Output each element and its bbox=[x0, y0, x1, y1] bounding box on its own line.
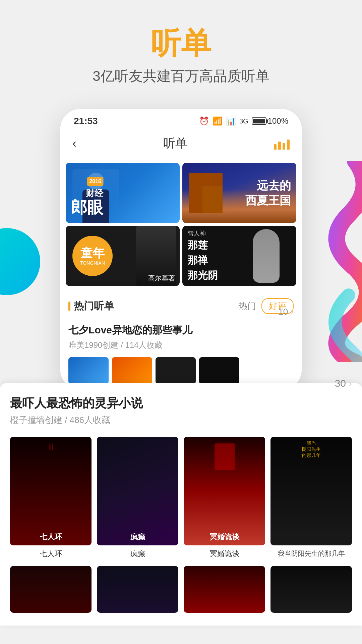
banner-naxie[interactable]: 雪人神 那莲那禅那光阴 bbox=[182, 226, 296, 286]
book-drip: ||| bbox=[10, 443, 92, 450]
banner-4-subtitle: 雪人神 bbox=[188, 229, 218, 237]
section-title-container: 热门听单 bbox=[68, 299, 114, 313]
playlist-1-thumbs bbox=[68, 357, 294, 384]
more-cover-3 bbox=[184, 566, 265, 613]
more-cover-2 bbox=[97, 566, 178, 613]
banner-ruin-2 bbox=[202, 186, 223, 213]
banner-4-text: 雪人神 那莲那禅那光阴 bbox=[188, 229, 218, 283]
network-type: 3G bbox=[239, 117, 248, 125]
banner-caijing[interactable]: 2016 财经 郎眼 bbox=[66, 163, 180, 223]
page-subtitle: 3亿听友共建百万高品质听单 bbox=[0, 67, 362, 86]
book-cover-4: 我当阴阳先生的那几年 bbox=[270, 437, 352, 545]
banner-4-lines: 那莲那禅那光阴 bbox=[188, 237, 218, 283]
status-bar: 21:53 ⏰ 📶 📊 3G 100% bbox=[60, 109, 302, 130]
bottom-card-info: 最吓人最恐怖的灵异小说 橙子撞墙创建 / 486人收藏 bbox=[10, 395, 143, 434]
book-item-1[interactable]: ||| 七人环 七人环 bbox=[10, 437, 92, 559]
thumb-1-3 bbox=[156, 357, 196, 384]
chevron-right-icon-1: › bbox=[291, 307, 294, 317]
banner-1-badge: 2016 bbox=[87, 177, 103, 186]
bottom-card-header: 最吓人最恐怖的灵异小说 橙子撞墙创建 / 486人收藏 30 › bbox=[10, 395, 352, 434]
banner-tongnian[interactable]: 童年 TONGNIAN 高尔基著 bbox=[66, 226, 180, 286]
section-header: 热门听单 热门 好评 bbox=[60, 291, 302, 318]
book-item-3[interactable]: 冥婚诡谈 冥婚诡谈 bbox=[184, 437, 265, 559]
banner-2-text: 远去的西夏王国 bbox=[245, 178, 291, 208]
book-1-title: 七人环 bbox=[10, 549, 92, 559]
bottom-card-creator: 橙子撞墙创建 bbox=[10, 415, 62, 425]
book-2-title: 疯癫 bbox=[97, 549, 178, 559]
thumb-1-2 bbox=[112, 357, 152, 384]
section-title-bar bbox=[68, 302, 70, 311]
banner-3-author: 高尔基著 bbox=[148, 274, 175, 283]
status-icons: ⏰ 📶 📊 3G 100% bbox=[199, 116, 288, 126]
book-3-title: 冥婚诡谈 bbox=[184, 549, 265, 559]
book-4-text: 我当阴阳先生的那几年 bbox=[275, 440, 348, 459]
bottom-card-title: 最吓人最恐怖的灵异小说 bbox=[10, 395, 143, 412]
book-bg-1 bbox=[10, 437, 92, 545]
page-title: 听单 bbox=[0, 27, 362, 60]
more-book-3[interactable] bbox=[184, 566, 265, 615]
book-3-overlay: 冥婚诡谈 bbox=[184, 532, 265, 542]
bottom-card-meta: 橙子撞墙创建 / 486人收藏 bbox=[10, 414, 143, 426]
filter-hot-btn[interactable]: 热门 bbox=[239, 300, 256, 312]
banner-3-circle: 童年 TONGNIAN bbox=[72, 236, 113, 276]
banner-1-title: 郎眼 bbox=[71, 200, 103, 216]
playlist-1-separator: / bbox=[121, 340, 125, 350]
battery-indicator: 100% bbox=[252, 116, 288, 126]
woman-silhouette bbox=[253, 229, 280, 283]
signal-icon: 📊 bbox=[226, 116, 236, 126]
bar2 bbox=[278, 142, 281, 150]
bar4 bbox=[287, 140, 290, 150]
phone-mockup-container: 21:53 ⏰ 📶 📊 3G 100% ‹ 听单 bbox=[60, 109, 302, 390]
playlist-item-1[interactable]: 七夕Love异地恋的那些事儿 唯美1990创建 / 114人收藏 10 › bbox=[60, 318, 302, 390]
book-cover-1: ||| 七人环 bbox=[10, 437, 92, 545]
more-book-2[interactable] bbox=[97, 566, 178, 615]
playlist-1-title: 七夕Love异地恋的那些事儿 bbox=[68, 323, 192, 337]
navbar-title: 听单 bbox=[163, 135, 187, 152]
banner-3-subtitle: TONGNIAN bbox=[80, 260, 105, 266]
status-time: 21:53 bbox=[74, 116, 98, 126]
banner-2-title: 远去的西夏王国 bbox=[245, 178, 291, 208]
more-book-1[interactable] bbox=[10, 566, 92, 615]
banner-3-title: 童年 bbox=[80, 246, 105, 260]
battery-percent: 100% bbox=[268, 116, 288, 126]
playlist-1-count-num: 10 bbox=[278, 307, 288, 317]
book-item-4[interactable]: 我当阴阳先生的那几年 我当阴阳先生的那几年 bbox=[270, 437, 352, 559]
banner-4-image bbox=[239, 226, 293, 286]
thumb-1-1 bbox=[68, 357, 109, 384]
wifi-icon: 📶 bbox=[213, 116, 223, 126]
more-books-row bbox=[10, 566, 352, 615]
playlist-1-info: 七夕Love异地恋的那些事儿 唯美1990创建 / 114人收藏 bbox=[68, 323, 192, 355]
playlist-1-meta: 唯美1990创建 / 114人收藏 bbox=[68, 340, 192, 351]
more-cover-4 bbox=[270, 566, 352, 613]
book-4-title: 我当阴阳先生的那几年 bbox=[270, 549, 352, 558]
page-header: 听单 3亿听友共建百万高品质听单 bbox=[0, 0, 362, 99]
book-2-overlay: 疯癫 bbox=[97, 532, 178, 542]
banner-1-label: 财经 bbox=[71, 187, 103, 199]
banner-xixia[interactable]: 远去的西夏王国 bbox=[182, 163, 296, 223]
playlist-1-creator: 唯美1990创建 bbox=[68, 340, 118, 350]
more-book-4[interactable] bbox=[270, 566, 352, 615]
banners-grid: 2016 财经 郎眼 远去的西夏王国 童年 TONGNIAN bbox=[60, 157, 302, 291]
battery-fill bbox=[253, 119, 265, 123]
bottom-card-count: 30 › bbox=[335, 378, 352, 389]
book-item-2[interactable]: 疯癫 疯癫 bbox=[97, 437, 178, 559]
banner-1-text: 2016 财经 郎眼 bbox=[71, 173, 103, 216]
book-cover-3: 冥婚诡谈 bbox=[184, 437, 265, 545]
back-button[interactable]: ‹ bbox=[72, 137, 76, 151]
thumb-1-4 bbox=[199, 357, 239, 384]
battery-bar bbox=[252, 117, 266, 125]
bottom-card-count-num: 30 bbox=[335, 378, 346, 389]
bottom-card: 最吓人最恐怖的灵异小说 橙子撞墙创建 / 486人收藏 30 › ||| 七人环… bbox=[0, 383, 362, 626]
chart-icon[interactable] bbox=[274, 138, 290, 150]
bottom-card-favorites: 486人收藏 bbox=[70, 415, 110, 425]
section-title-text: 热门听单 bbox=[74, 299, 114, 313]
book-1-overlay: 七人环 bbox=[10, 532, 92, 542]
bottom-card-separator: / bbox=[65, 415, 69, 425]
more-cover-1 bbox=[10, 566, 92, 613]
book-red-element bbox=[215, 443, 235, 470]
playlist-1-favorites: 114人收藏 bbox=[125, 340, 163, 350]
book-bg-2 bbox=[97, 437, 178, 545]
book-cover-2: 疯癫 bbox=[97, 437, 178, 545]
bar3 bbox=[283, 143, 285, 150]
playlist-1-header: 七夕Love异地恋的那些事儿 唯美1990创建 / 114人收藏 10 › bbox=[68, 323, 294, 355]
